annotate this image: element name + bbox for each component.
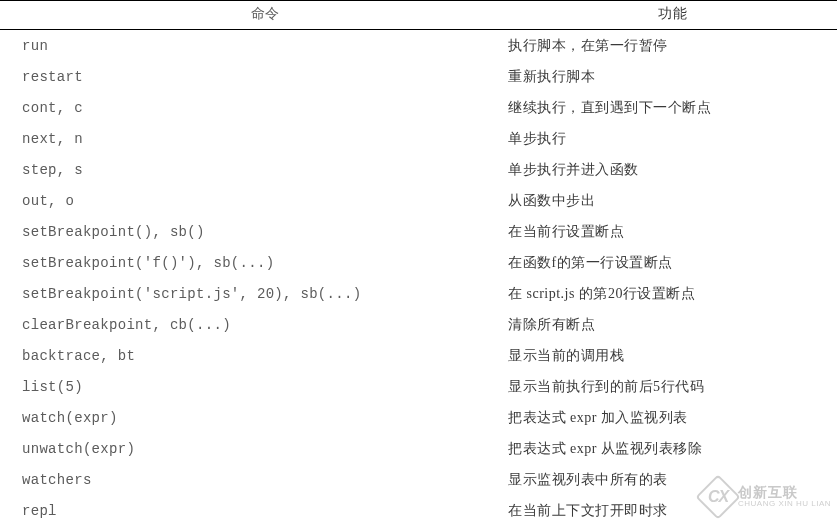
cmd-cell: next, n — [0, 123, 508, 154]
fn-cell: 重新执行脚本 — [508, 61, 837, 92]
fn-cell: 从函数中步出 — [508, 185, 837, 216]
cmd-cell: backtrace, bt — [0, 340, 508, 371]
fn-cell: 显示当前执行到的前后5行代码 — [508, 371, 837, 402]
table-row: setBreakpoint('script.js', 20), sb(...)在… — [0, 278, 837, 309]
fn-cell: 单步执行并进入函数 — [508, 154, 837, 185]
table-row: restart重新执行脚本 — [0, 61, 837, 92]
cmd-cell: watch(expr) — [0, 402, 508, 433]
fn-cell: 执行脚本，在第一行暂停 — [508, 30, 837, 62]
cmd-cell: restart — [0, 61, 508, 92]
table-row: setBreakpoint(), sb()在当前行设置断点 — [0, 216, 837, 247]
fn-cell: 在当前上下文打开即时求 — [508, 495, 837, 519]
table-row: clearBreakpoint, cb(...)清除所有断点 — [0, 309, 837, 340]
table-row: unwatch(expr)把表达式 expr 从监视列表移除 — [0, 433, 837, 464]
cmd-cell: step, s — [0, 154, 508, 185]
cmd-cell: repl — [0, 495, 508, 519]
table-row: watch(expr)把表达式 expr 加入监视列表 — [0, 402, 837, 433]
cmd-cell: cont, c — [0, 92, 508, 123]
cmd-cell: setBreakpoint(), sb() — [0, 216, 508, 247]
table-row: list(5)显示当前执行到的前后5行代码 — [0, 371, 837, 402]
cmd-cell: clearBreakpoint, cb(...) — [0, 309, 508, 340]
cmd-cell: setBreakpoint('script.js', 20), sb(...) — [0, 278, 508, 309]
fn-cell: 单步执行 — [508, 123, 837, 154]
fn-cell: 清除所有断点 — [508, 309, 837, 340]
fn-cell: 把表达式 expr 从监视列表移除 — [508, 433, 837, 464]
cmd-cell: setBreakpoint('f()'), sb(...) — [0, 247, 508, 278]
header-function: 功能 — [508, 1, 837, 30]
fn-cell: 在函数f的第一行设置断点 — [508, 247, 837, 278]
table-row: setBreakpoint('f()'), sb(...)在函数f的第一行设置断… — [0, 247, 837, 278]
cmd-cell: unwatch(expr) — [0, 433, 508, 464]
cmd-cell: list(5) — [0, 371, 508, 402]
fn-cell: 在当前行设置断点 — [508, 216, 837, 247]
table-row: cont, c继续执行，直到遇到下一个断点 — [0, 92, 837, 123]
header-command: 命令 — [0, 1, 508, 30]
fn-cell: 显示监视列表中所有的表 — [508, 464, 837, 495]
table-row: step, s单步执行并进入函数 — [0, 154, 837, 185]
fn-cell: 在 script.js 的第20行设置断点 — [508, 278, 837, 309]
table-row: watchers显示监视列表中所有的表 — [0, 464, 837, 495]
cmd-cell: run — [0, 30, 508, 62]
cmd-cell: out, o — [0, 185, 508, 216]
table-row: run执行脚本，在第一行暂停 — [0, 30, 837, 62]
table-header-row: 命令 功能 — [0, 1, 837, 30]
cmd-cell: watchers — [0, 464, 508, 495]
table-row: backtrace, bt显示当前的调用栈 — [0, 340, 837, 371]
table-row: repl在当前上下文打开即时求 — [0, 495, 837, 519]
table-row: out, o从函数中步出 — [0, 185, 837, 216]
fn-cell: 显示当前的调用栈 — [508, 340, 837, 371]
command-table: 命令 功能 run执行脚本，在第一行暂停 restart重新执行脚本 cont,… — [0, 0, 837, 519]
fn-cell: 把表达式 expr 加入监视列表 — [508, 402, 837, 433]
table-row: next, n单步执行 — [0, 123, 837, 154]
fn-cell: 继续执行，直到遇到下一个断点 — [508, 92, 837, 123]
